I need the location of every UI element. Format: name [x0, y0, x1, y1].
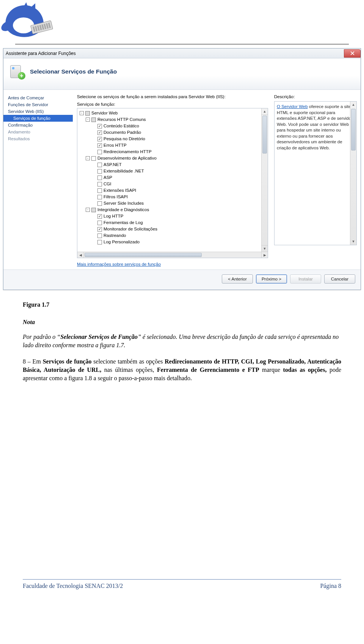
tree-row[interactable]: Rastreando [79, 232, 261, 239]
tree-checkbox[interactable] [97, 201, 102, 206]
tree-expander-spacer [92, 130, 96, 135]
wizard-dialog: Assistente para Adicionar Funções + Sele… [3, 48, 361, 290]
tree-row[interactable]: Log Personalizado [79, 239, 261, 245]
tree-row[interactable]: ASP.NET [79, 161, 261, 168]
nota-bold: Selecionar Serviços de Função [60, 334, 138, 340]
tree-checkbox[interactable] [91, 208, 96, 212]
scroll-right-icon[interactable]: ▶ [261, 252, 268, 258]
tree-checkbox[interactable] [97, 175, 102, 180]
description-label: Descrição: [274, 94, 357, 99]
scroll-thumb[interactable] [351, 109, 356, 150]
tree-row[interactable]: Server Side Includes [79, 200, 261, 207]
step-b4: todas as opções, [283, 367, 326, 373]
description-text: oferece suporte a sites HTML e suporte o… [277, 104, 353, 150]
next-button[interactable]: Próximo > [256, 274, 287, 284]
description-leading-link[interactable]: O Servidor Web [277, 104, 308, 109]
tree-checkbox[interactable] [97, 233, 102, 238]
tree-row[interactable]: Documento Padrão [79, 129, 261, 136]
tree-expander-icon[interactable]: - [80, 111, 84, 115]
tree-expander-spacer [92, 143, 96, 147]
nav-item[interactable]: Andamento [3, 128, 73, 135]
cancel-button[interactable]: Cancelar [324, 274, 355, 284]
tree-checkbox[interactable] [97, 163, 102, 167]
tree-row[interactable]: Conteúdo Estático [79, 123, 261, 129]
tree-expander-spacer [92, 221, 96, 225]
tree-row[interactable]: Ferramentas de Log [79, 219, 261, 226]
tree-checkbox[interactable] [97, 195, 102, 199]
close-button[interactable] [344, 49, 361, 58]
footer-right: Página 8 [320, 583, 341, 589]
tree-checkbox[interactable] [97, 221, 102, 225]
org-logo-fox [3, 4, 56, 42]
tree-vertical-scrollbar[interactable]: ▲ ▼ [261, 108, 268, 252]
tree-expander-spacer [92, 124, 96, 128]
tree-horizontal-scrollbar[interactable]: ◀ ▶ [77, 252, 268, 258]
tree-checkbox[interactable] [91, 118, 96, 122]
tree-item-label: Extensões ISAPI [104, 188, 136, 193]
nav-item[interactable]: Resultados [3, 135, 73, 142]
tree-expander-spacer [92, 240, 96, 244]
nav-item[interactable]: Antes de Começar [3, 94, 73, 101]
tree-row[interactable]: ASP [79, 174, 261, 181]
footer-left: Faculdade de Tecnologia SENAC 2013/2 [23, 583, 123, 589]
step-mid1: selecione também as opções [91, 358, 165, 365]
instruction-text: Selecione os serviços de função a serem … [77, 94, 268, 99]
tree-checkbox[interactable] [97, 143, 102, 148]
tree-checkbox[interactable] [97, 182, 102, 186]
step-mid3: marque [259, 367, 283, 373]
desc-vertical-scrollbar[interactable]: ▲ ▼ [350, 102, 356, 245]
scroll-thumb[interactable] [262, 116, 267, 154]
nav-item[interactable]: Servidor Web (IIS) [3, 108, 73, 115]
tree-checkbox[interactable] [91, 156, 96, 161]
tree-item-label: Log HTTP [104, 213, 123, 219]
window-title: Assistente para Adicionar Funções [6, 51, 76, 56]
tree-expander-spacer [92, 201, 96, 205]
more-info-link[interactable]: Mais informações sobre serviços de funçã… [77, 262, 161, 266]
role-services-tree[interactable]: -Servidor Web-Recursos HTTP ComunsConteú… [77, 108, 261, 252]
tree-checkbox[interactable] [85, 111, 90, 116]
nav-item[interactable]: Funções de Servidor [3, 101, 73, 108]
tree-checkbox[interactable] [97, 137, 102, 141]
tree-checkbox[interactable] [97, 188, 102, 193]
nav-item[interactable]: Confirmação [3, 122, 73, 128]
prev-button[interactable]: < Anterior [222, 274, 253, 284]
tree-item-label: Conteúdo Estático [104, 123, 139, 129]
scroll-left-icon[interactable]: ◀ [77, 252, 84, 258]
tree-row[interactable]: CGI [79, 181, 261, 187]
tree-row[interactable]: Extensibilidade .NET [79, 168, 261, 174]
tree-row[interactable]: -Integridade e Diagnósticos [79, 207, 261, 213]
nav-item[interactable]: Serviços de função [3, 115, 73, 122]
tree-row[interactable]: Extensões ISAPI [79, 187, 261, 194]
scroll-down-icon[interactable]: ▼ [262, 245, 268, 252]
tree-checkbox[interactable] [97, 240, 102, 244]
tree-row[interactable]: Redirecionamento HTTP [79, 149, 261, 155]
dialog-body: Antes de ComeçarFunções de ServidorServi… [3, 90, 361, 270]
tree-item-label: Server Side Includes [104, 201, 144, 206]
tree-row[interactable]: -Recursos HTTP Comuns [79, 116, 261, 123]
scroll-up-icon[interactable]: ▲ [350, 102, 356, 108]
figure-caption: Figura 1.7 [23, 301, 341, 309]
tree-checkbox[interactable] [97, 124, 102, 128]
scroll-down-icon[interactable]: ▼ [350, 238, 356, 245]
tree-checkbox[interactable] [97, 227, 102, 232]
tree-row[interactable]: Filtros ISAPI [79, 194, 261, 200]
tree-row[interactable]: -Servidor Web [79, 110, 261, 116]
tree-row[interactable]: Monitorador de Solicitações [79, 226, 261, 232]
tree-row[interactable]: Pesquisa no Diretório [79, 136, 261, 142]
tree-expander-icon[interactable]: - [86, 118, 90, 122]
tree-expander-icon[interactable]: - [86, 208, 90, 212]
step-b1: Serviços de função [43, 358, 92, 365]
tree-expander-icon[interactable]: - [86, 156, 90, 160]
install-button[interactable]: Instalar [290, 274, 321, 284]
tree-row[interactable]: Log HTTP [79, 213, 261, 219]
scroll-up-icon[interactable]: ▲ [262, 108, 268, 115]
tree-row[interactable]: Erros HTTP [79, 142, 261, 149]
hscroll-thumb[interactable] [85, 253, 202, 257]
tree-checkbox[interactable] [97, 169, 102, 174]
tree-checkbox[interactable] [97, 150, 102, 154]
tree-row[interactable]: -Desenvolvimento de Aplicativo [79, 155, 261, 161]
tree-checkbox[interactable] [97, 214, 102, 219]
tree-checkbox[interactable] [97, 130, 102, 135]
wizard-banner: + Selecionar Serviços de Função [3, 58, 361, 90]
page-footer: Faculdade de Tecnologia SENAC 2013/2 Pág… [23, 579, 341, 589]
